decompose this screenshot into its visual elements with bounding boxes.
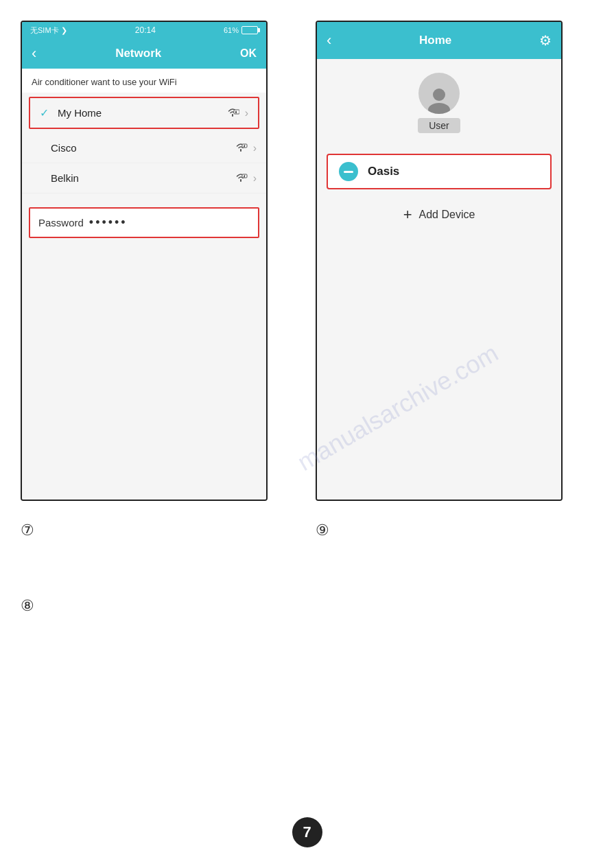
step-label-9: ⑨ — [316, 521, 329, 539]
wifi-item-cisco[interactable]: Cisco › — [22, 133, 266, 163]
password-label: Password — [38, 217, 84, 228]
battery-percent: 61% — [224, 26, 239, 34]
wifi-signal-icon-myhome — [226, 106, 239, 119]
step-9-text: ⑨ — [316, 521, 329, 539]
home-title: Home — [419, 34, 451, 47]
network-hint: Air conditioner want to use your WiFi — [22, 69, 266, 93]
device-oasis[interactable]: Oasis — [327, 154, 552, 189]
user-label: User — [418, 118, 460, 133]
network-header: ‹ Network OK — [22, 38, 266, 69]
step-7-text: ⑦ — [21, 521, 34, 539]
ok-button[interactable]: OK — [240, 47, 257, 60]
svg-point-7 — [428, 103, 450, 114]
home-header: ‹ Home ⚙ — [317, 22, 561, 59]
network-title: Network — [115, 47, 161, 60]
svg-point-3 — [244, 145, 245, 146]
bottom-step-circle: 7 — [292, 817, 322, 847]
bottom-step-label: 7 — [303, 823, 311, 841]
wifi-item-myhome[interactable]: ✓ My Home › — [29, 97, 259, 129]
battery-icon — [241, 26, 258, 34]
wifi-signal-icon-belkin — [234, 172, 248, 185]
status-time: 20:14 — [135, 25, 156, 35]
checkmark-icon: ✓ — [40, 106, 54, 119]
left-phone-frame: 无SIM卡 ❯ 20:14 61% ‹ Network OK Air condi… — [21, 21, 268, 501]
device-name: Oasis — [368, 165, 399, 178]
password-dots: •••••• — [89, 215, 128, 230]
step-label-7: ⑦ — [21, 521, 34, 539]
plus-icon: + — [403, 206, 412, 224]
network-body: Air conditioner want to use your WiFi ✓ … — [22, 69, 266, 500]
chevron-icon-cisco: › — [253, 142, 257, 154]
add-device-button[interactable]: + Add Device — [403, 196, 475, 233]
svg-point-1 — [235, 111, 237, 113]
user-avatar — [418, 73, 460, 114]
back-button[interactable]: ‹ — [32, 45, 36, 62]
step-8-text: ⑧ — [21, 597, 34, 614]
status-battery: 61% — [224, 26, 258, 34]
status-carrier: 无SIM卡 ❯ — [30, 25, 67, 36]
remove-device-icon[interactable] — [339, 162, 358, 181]
svg-point-6 — [433, 89, 445, 101]
chevron-icon-belkin: › — [253, 172, 257, 185]
status-bar-left: 无SIM卡 ❯ 20:14 61% — [22, 22, 266, 38]
wifi-name-myhome: My Home — [58, 107, 226, 119]
chevron-icon-myhome: › — [245, 107, 248, 119]
wifi-name-belkin: Belkin — [51, 172, 234, 184]
svg-point-5 — [244, 175, 245, 176]
password-field[interactable]: Password •••••• — [29, 207, 259, 238]
gear-icon[interactable]: ⚙ — [539, 32, 552, 49]
right-phone-frame: ‹ Home ⚙ User Oasis — [316, 21, 563, 501]
user-profile-section: User — [418, 73, 460, 133]
home-back-button[interactable]: ‹ — [327, 32, 331, 49]
add-device-label: Add Device — [419, 209, 475, 221]
wifi-item-belkin[interactable]: Belkin › — [22, 163, 266, 193]
wifi-others-list: Cisco › Belkin — [22, 133, 266, 193]
step-label-8: ⑧ — [21, 597, 34, 615]
home-body: User Oasis + Add Device — [317, 59, 561, 500]
wifi-signal-icon-cisco — [234, 141, 248, 154]
wifi-name-cisco: Cisco — [51, 142, 234, 154]
